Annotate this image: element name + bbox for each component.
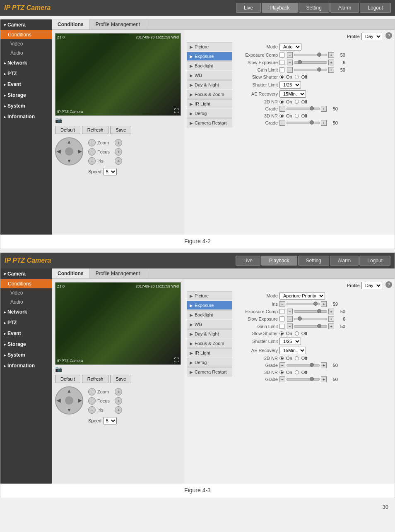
iris-track-fig2[interactable] bbox=[287, 303, 320, 305]
gainlimit-checkbox-fig1[interactable] bbox=[279, 67, 284, 72]
grade1-plus-fig1[interactable]: + bbox=[321, 106, 327, 112]
slowexp-track-fig2[interactable] bbox=[294, 318, 327, 320]
nav-playback[interactable]: Playback bbox=[262, 3, 298, 13]
menu-defog-fig2[interactable]: ▶Defog bbox=[187, 358, 232, 367]
grade1-minus-fig1[interactable]: − bbox=[279, 106, 285, 112]
2dnr-on-radio-fig2[interactable] bbox=[279, 356, 284, 360]
sidebar-audio-fig2[interactable]: Audio bbox=[0, 297, 52, 307]
focus-minus-btn-fig2[interactable]: − bbox=[88, 397, 96, 405]
menu-defog-fig1[interactable]: ▶Defog bbox=[187, 109, 232, 118]
sidebar-video[interactable]: Video bbox=[0, 39, 52, 48]
sidebar-ptz[interactable]: ▸PTZ bbox=[0, 68, 52, 79]
default-btn-fig1[interactable]: Default bbox=[55, 126, 80, 134]
expcomp-track-fig2[interactable] bbox=[294, 310, 327, 313]
slowshutter-on-radio-fig1[interactable] bbox=[279, 75, 284, 79]
aerecovery-select-fig1[interactable]: 15Min. bbox=[279, 90, 306, 98]
profile-select-fig1[interactable]: Day bbox=[361, 33, 382, 40]
iris-plus-fig2[interactable]: + bbox=[321, 301, 327, 307]
nav-alarm-fig2[interactable]: Alarm bbox=[330, 256, 359, 266]
slowshutter-off-radio-fig2[interactable] bbox=[295, 331, 299, 335]
speed-select-fig2[interactable]: 5 bbox=[103, 417, 117, 424]
menu-wb-fig1[interactable]: ▶WB bbox=[187, 71, 232, 80]
expcomp-checkbox-fig2[interactable] bbox=[279, 309, 284, 314]
ptz-left-fig2[interactable]: ◀ bbox=[57, 398, 60, 403]
2dnr-off-radio-fig1[interactable] bbox=[295, 100, 299, 104]
ptz-right-fig1[interactable]: ▶ bbox=[78, 149, 82, 154]
expcomp-minus-fig1[interactable]: − bbox=[287, 52, 293, 58]
save-btn-fig1[interactable]: Save bbox=[110, 126, 131, 134]
grade1-minus-fig2[interactable]: − bbox=[279, 362, 285, 368]
menu-irlight-fig1[interactable]: ▶IR Light bbox=[187, 99, 232, 108]
slowexp-plus-fig1[interactable]: + bbox=[328, 60, 334, 65]
gainlimit-minus-fig2[interactable]: − bbox=[287, 324, 293, 329]
sidebar-audio[interactable]: Audio bbox=[0, 48, 52, 58]
profile-select-fig2[interactable]: Day bbox=[361, 282, 382, 289]
tab-conditions-fig1[interactable]: Conditions bbox=[52, 19, 90, 29]
grade2-track-fig1[interactable] bbox=[287, 122, 320, 124]
ptz-pad-fig2[interactable]: ▲ ▼ ◀ ▶ bbox=[55, 386, 84, 415]
sidebar-video-fig2[interactable]: Video bbox=[0, 288, 52, 297]
menu-camerarestart-fig2[interactable]: ▶Camera Restart bbox=[187, 367, 232, 376]
menu-focuszoom-fig1[interactable]: ▶Focus & Zoom bbox=[187, 90, 232, 99]
zoom-minus-btn-fig1[interactable]: − bbox=[88, 139, 96, 146]
grade1-track-fig2[interactable] bbox=[287, 364, 320, 367]
slowexp-plus-fig2[interactable]: + bbox=[328, 316, 334, 322]
slowexp-checkbox-fig1[interactable] bbox=[279, 60, 284, 65]
nav-playback-fig2[interactable]: Playback bbox=[261, 256, 297, 266]
refresh-btn-fig1[interactable]: Refresh bbox=[82, 126, 109, 134]
grade2-minus-fig2[interactable]: − bbox=[279, 376, 285, 382]
refresh-btn-fig2[interactable]: Refresh bbox=[82, 375, 109, 383]
ptz-right-fig2[interactable]: ▶ bbox=[78, 398, 82, 403]
slowexp-track-fig1[interactable] bbox=[294, 61, 327, 64]
menu-picture-fig1[interactable]: ▶Picture bbox=[187, 42, 232, 51]
sidebar-information[interactable]: ▸Information bbox=[0, 111, 52, 122]
ptz-pad-fig1[interactable]: ▲ ▼ ◀ ▶ bbox=[55, 137, 84, 166]
gainlimit-plus-fig1[interactable]: + bbox=[328, 67, 334, 73]
ptz-inner-fig1[interactable] bbox=[65, 147, 73, 156]
iris-minus-btn-fig2[interactable]: − bbox=[88, 406, 96, 414]
ptz-up-fig2[interactable]: ▲ bbox=[67, 388, 72, 394]
ptz-inner-fig2[interactable] bbox=[65, 396, 73, 405]
3dnr-off-radio-fig1[interactable] bbox=[295, 114, 299, 118]
slowexp-minus-fig1[interactable]: − bbox=[287, 60, 293, 65]
menu-focuszoom-fig2[interactable]: ▶Focus & Zoom bbox=[187, 339, 232, 348]
slowexp-checkbox-fig2[interactable] bbox=[279, 316, 284, 321]
grade2-plus-fig2[interactable]: + bbox=[321, 376, 327, 382]
nav-logout-fig2[interactable]: Logout bbox=[359, 256, 390, 266]
3dnr-on-radio-fig2[interactable] bbox=[279, 370, 284, 374]
ptz-down-fig1[interactable]: ▼ bbox=[67, 158, 72, 164]
tab-profile-management-fig1[interactable]: Profile Management bbox=[90, 19, 146, 29]
slowshutter-off-radio-fig1[interactable] bbox=[295, 75, 299, 79]
mode-select-fig1[interactable]: Auto bbox=[279, 43, 301, 50]
gainlimit-track-fig1[interactable] bbox=[294, 69, 327, 71]
expcomp-minus-fig2[interactable]: − bbox=[287, 309, 293, 314]
shutterlimit-select-fig2[interactable]: 1/25 bbox=[279, 338, 301, 345]
grade1-track-fig1[interactable] bbox=[287, 108, 320, 110]
grade1-plus-fig2[interactable]: + bbox=[321, 362, 327, 368]
mode-select-fig2[interactable]: Aperture Priority bbox=[279, 292, 325, 300]
iris-minus-fig2[interactable]: − bbox=[279, 301, 285, 307]
help-btn-fig2[interactable]: ? bbox=[385, 281, 392, 288]
save-btn-fig2[interactable]: Save bbox=[110, 375, 131, 383]
sidebar-ptz-fig2[interactable]: ▸PTZ bbox=[0, 317, 52, 328]
menu-exposure-fig2[interactable]: ▶Exposure bbox=[187, 301, 232, 310]
2dnr-on-radio-fig1[interactable] bbox=[279, 100, 284, 104]
gainlimit-plus-fig2[interactable]: + bbox=[328, 324, 334, 329]
menu-backlight-fig2[interactable]: ▶Backlight bbox=[187, 310, 232, 319]
menu-daynight-fig2[interactable]: ▶Day & Night bbox=[187, 329, 232, 338]
sidebar-information-fig2[interactable]: ▸Information bbox=[0, 360, 52, 371]
sidebar-event-fig2[interactable]: ▸Event bbox=[0, 328, 52, 339]
aerecovery-select-fig2[interactable]: 15Min. bbox=[279, 347, 306, 354]
focus-plus-btn-fig1[interactable]: + bbox=[115, 148, 122, 156]
expcomp-track-fig1[interactable] bbox=[294, 54, 327, 56]
nav-alarm[interactable]: Alarm bbox=[330, 3, 359, 13]
camera-icon-fig1[interactable]: 📷 bbox=[55, 117, 62, 123]
speed-select-fig1[interactable]: 5 bbox=[103, 168, 117, 175]
tab-profile-management-fig2[interactable]: Profile Management bbox=[90, 268, 146, 278]
nav-live-fig2[interactable]: Live bbox=[236, 256, 260, 266]
default-btn-fig2[interactable]: Default bbox=[55, 375, 80, 383]
menu-daynight-fig1[interactable]: ▶Day & Night bbox=[187, 80, 232, 89]
slowshutter-on-radio-fig2[interactable] bbox=[279, 331, 284, 335]
sidebar-network[interactable]: ▸Network bbox=[0, 58, 52, 68]
menu-exposure-fig1[interactable]: ▶Exposure bbox=[187, 52, 232, 61]
